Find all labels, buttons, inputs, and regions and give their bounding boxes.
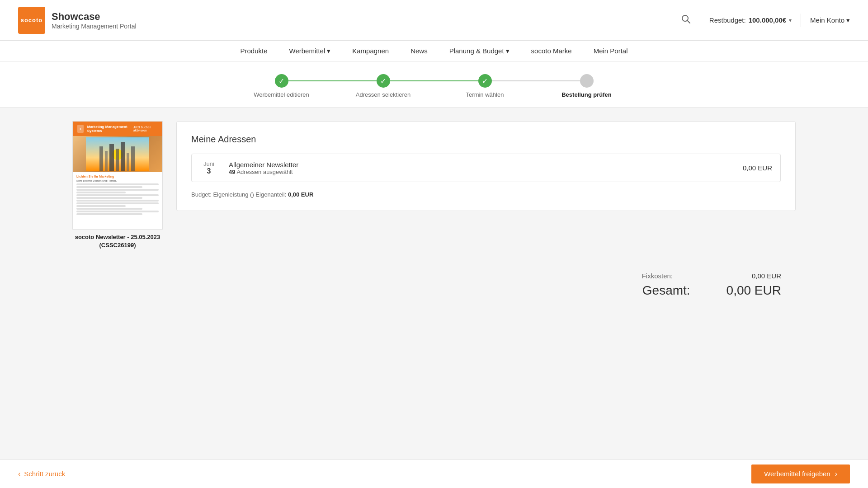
step-3: ✓ Termin wählen [434, 74, 536, 98]
step-2-label: Adressen selektieren [356, 91, 410, 98]
svg-rect-10 [131, 146, 135, 171]
header-divider [700, 14, 700, 27]
address-count-number: 49 [229, 169, 235, 175]
planung-chevron-icon: ▾ [506, 41, 509, 61]
app-title-main: Showcase [52, 11, 137, 23]
panel-title: Meine Adressen [191, 134, 781, 145]
step-2-circle: ✓ [377, 74, 390, 88]
address-row: Juni 3 Allgemeiner Newsletter 49 Adresse… [191, 154, 781, 182]
budget-label-text: Restbudget: [709, 16, 746, 24]
logo-text: socoto [21, 17, 43, 23]
date-month: Juni [203, 160, 214, 167]
step-3-line [485, 80, 587, 81]
step-1-circle: ✓ [275, 74, 288, 88]
submit-button[interactable]: Werbemittel freigeben › [751, 465, 850, 483]
thumb-body: Lichten Sie Ihr Marketing Sehr geehrte D… [73, 172, 162, 229]
nav-bar: Produkte Werbemittel ▾ Kampagnen News Pl… [0, 41, 868, 61]
thumb-title: Marketing Management Systems [87, 125, 130, 133]
nav-item-werbemittel[interactable]: Werbemittel ▾ [288, 41, 333, 61]
back-button[interactable]: ‹ Schritt zurück [18, 470, 65, 478]
step-1: ✓ Werbemittel editieren [231, 74, 332, 98]
header-right: Restbudget: 100.000,00€ ▾ Mein Konto ▾ [681, 14, 850, 27]
product-thumbnail: s Marketing Management Systems Jetzt buc… [72, 121, 163, 230]
address-price: 0,00 EUR [743, 164, 772, 172]
step-2: ✓ Adressen selektieren [332, 74, 434, 98]
gesamt-label: Gesamt: [642, 283, 690, 298]
nav-item-kampagnen[interactable]: Kampagnen [350, 41, 391, 61]
back-arrow-icon: ‹ [18, 470, 20, 478]
address-count: 49 Adressen ausgewählt [229, 169, 743, 175]
step-3-label: Termin wählen [466, 91, 504, 98]
nav-item-portal[interactable]: Mein Portal [592, 41, 630, 61]
svg-rect-7 [116, 149, 119, 171]
budget-chevron-icon[interactable]: ▾ [789, 17, 792, 23]
step-3-circle: ✓ [478, 74, 492, 88]
svg-line-1 [687, 21, 690, 23]
thumb-logo: s [77, 125, 84, 133]
date-day: 3 [207, 167, 211, 175]
header-divider-2 [801, 14, 801, 27]
step-4: Bestellung prüfen [536, 74, 637, 98]
fixkosten-value: 0,00 EUR [727, 272, 781, 280]
account-label: Mein Konto [810, 16, 844, 24]
budget-value: 100.000,00€ [749, 16, 786, 24]
thumb-header: s Marketing Management Systems Jetzt buc… [73, 122, 162, 136]
budget-display: Restbudget: 100.000,00€ ▾ [709, 16, 792, 24]
svg-rect-4 [99, 146, 103, 171]
back-label: Schritt zurück [24, 470, 65, 478]
summary-area: Fixkosten: 0,00 EUR Gesamt: 0,00 EUR [0, 263, 868, 298]
stepper: ✓ Werbemittel editieren ✓ Adressen selek… [0, 61, 868, 108]
order-panel: Meine Adressen Juni 3 Allgemeiner Newsle… [176, 121, 796, 211]
footer: ‹ Schritt zurück Werbemittel freigeben › [0, 459, 868, 488]
account-button[interactable]: Mein Konto ▾ [810, 16, 850, 24]
svg-rect-5 [105, 151, 108, 171]
submit-label: Werbemittel freigeben [764, 470, 830, 478]
search-button[interactable] [681, 14, 691, 26]
svg-rect-9 [127, 153, 129, 171]
svg-rect-6 [109, 144, 114, 171]
thumb-image [73, 136, 162, 172]
header: socoto Showcase Marketing Management Por… [0, 0, 868, 41]
main-content: s Marketing Management Systems Jetzt buc… [0, 108, 868, 263]
app-title: Showcase Marketing Management Portal [52, 11, 137, 30]
product-card: s Marketing Management Systems Jetzt buc… [72, 121, 163, 249]
budget-line-text: Budget: Eigenleistung () Eigenanteil: [191, 191, 286, 198]
address-count-label: Adressen ausgewählt [236, 169, 292, 175]
nav-item-news[interactable]: News [409, 41, 429, 61]
date-col: Juni 3 [200, 160, 218, 175]
step-2-line [383, 80, 485, 81]
logo-box: socoto [18, 7, 45, 34]
address-info: Allgemeiner Newsletter 49 Adressen ausge… [229, 161, 743, 175]
address-name: Allgemeiner Newsletter [229, 161, 743, 169]
nav-item-planung[interactable]: Planung & Budget ▾ [448, 41, 511, 61]
budget-line: Budget: Eigenleistung () Eigenanteil: 0,… [191, 191, 781, 198]
account-chevron-icon: ▾ [846, 16, 850, 24]
app-title-sub: Marketing Management Portal [52, 23, 137, 30]
submit-arrow-icon: › [835, 470, 837, 478]
gesamt-value: 0,00 EUR [726, 283, 781, 298]
nav-item-produkte[interactable]: Produkte [238, 41, 269, 61]
logo-area: socoto Showcase Marketing Management Por… [18, 7, 137, 34]
svg-rect-8 [121, 142, 125, 171]
budget-line-value: 0,00 EUR [288, 191, 313, 198]
werbemittel-chevron-icon: ▾ [327, 41, 330, 61]
product-name: socoto Newsletter - 25.05.2023 (CSSC2619… [72, 233, 163, 249]
step-4-label: Bestellung prüfen [561, 91, 612, 98]
fixkosten-label: Fixkosten: [618, 272, 673, 280]
step-4-circle [580, 74, 594, 88]
step-1-label: Werbemittel editieren [254, 91, 309, 98]
nav-item-marke[interactable]: socoto Marke [529, 41, 574, 61]
step-1-line [282, 80, 383, 81]
